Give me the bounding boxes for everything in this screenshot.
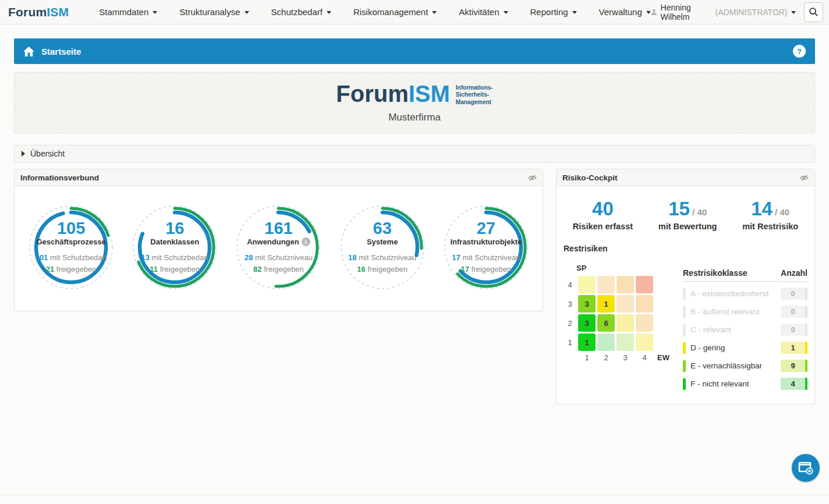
matrix-cell[interactable] xyxy=(636,314,653,332)
class-color-bar xyxy=(683,342,686,354)
stat-circle-datenklassen[interactable]: 16 Datenklassen 13 mit Schutzbedarf 11 f… xyxy=(129,201,221,293)
stat-label: Anwendungen xyxy=(247,237,299,246)
stats-row: 105 Geschäftsprozesse 101 mit Schutzbeda… xyxy=(15,186,543,311)
count-badge: 9 xyxy=(781,360,807,372)
matrix-row-label: 2 xyxy=(564,319,576,328)
menu-item-stammdaten[interactable]: Stammdaten xyxy=(99,7,157,17)
stat-circle-anwendungen[interactable]: 161 Anwendungeni 28 mit Schutzniveau 82 … xyxy=(232,201,324,293)
matrix-col-label: 2 xyxy=(597,353,615,362)
matrix-x-axis-label: EW xyxy=(655,353,672,362)
menu-item-strukturanalyse[interactable]: Strukturanalyse xyxy=(179,7,249,17)
class-color-bar xyxy=(683,378,686,390)
matrix-cell[interactable] xyxy=(578,276,596,293)
new-window-button[interactable] xyxy=(792,454,820,482)
legend-header-class: Restrisikoklasse xyxy=(683,268,747,278)
matrix-cell[interactable]: 6 xyxy=(597,314,615,332)
chevron-down-icon xyxy=(432,11,437,14)
search-icon xyxy=(809,7,819,17)
stat-value: 16 xyxy=(165,219,184,237)
user-role: (ADMINISTRATOR) xyxy=(715,8,788,17)
stat-value: 63 xyxy=(373,219,392,237)
stat-circle-geschäftsprozesse[interactable]: 105 Geschäftsprozesse 101 mit Schutzbeda… xyxy=(25,201,117,293)
matrix-cell[interactable]: 3 xyxy=(578,295,596,313)
cockpit-stat-2: 15 / 40 mit Bewertung xyxy=(658,199,717,231)
informationsverbund-panel: Informationsverbund 105 Geschäftsprozess… xyxy=(14,169,543,311)
banner-logo-forum: Forum xyxy=(336,81,408,107)
class-color-bar xyxy=(683,324,686,336)
chevron-down-icon xyxy=(245,11,249,14)
matrix-col-label: 3 xyxy=(617,353,634,362)
class-color-bar xyxy=(683,306,686,318)
stat-value: 27 xyxy=(477,219,495,237)
matrix-cell[interactable] xyxy=(617,295,634,313)
matrix-cell[interactable] xyxy=(597,276,615,293)
home-icon[interactable] xyxy=(23,47,34,56)
menu-item-risikomanagement[interactable]: Risikomanagement xyxy=(353,7,437,17)
restrisiken-title: Restrisiken xyxy=(557,242,814,253)
menu-item-aktivitäten[interactable]: Aktivitäten xyxy=(459,7,508,17)
matrix-cell[interactable]: 1 xyxy=(597,295,615,313)
banner-logo-ism: ISM xyxy=(409,81,450,107)
hide-panel-button[interactable] xyxy=(528,174,537,182)
count-badge: 1 xyxy=(781,342,807,354)
matrix-row-label: 1 xyxy=(564,338,576,347)
cockpit-stats: 40 Risiken erfasst15 / 40 mit Bewertung1… xyxy=(557,186,814,242)
app-logo[interactable]: ForumISM xyxy=(8,5,69,19)
legend-row-f: F - nicht relevant 4 xyxy=(683,378,807,390)
chevron-down-icon xyxy=(504,11,508,14)
uebersicht-label: Übersicht xyxy=(30,149,65,158)
matrix-cell[interactable] xyxy=(617,333,634,351)
matrix-cell[interactable]: 3 xyxy=(578,314,596,332)
stat-label: Datenklassen xyxy=(150,237,199,246)
stat-label: Systeme xyxy=(367,237,398,246)
legend-row-a: A - existenzbedrohend 0 xyxy=(683,288,807,300)
stat-circle-infrastrukturobjekte[interactable]: 27 Infrastrukturobjekte 17 mit Schutzniv… xyxy=(440,201,532,293)
matrix-cell[interactable]: 1 xyxy=(578,333,596,351)
stat-label: Geschäftsprozesse xyxy=(36,237,105,246)
matrix-cell[interactable] xyxy=(636,333,653,351)
matrix-cell[interactable] xyxy=(636,295,653,313)
user-icon xyxy=(651,8,657,16)
app-logo-ism: ISM xyxy=(47,5,69,19)
top-navbar: ForumISM StammdatenStrukturanalyseSchutz… xyxy=(0,0,829,24)
menu-item-schutzbedarf[interactable]: Schutzbedarf xyxy=(271,7,331,17)
add-window-icon xyxy=(798,461,813,475)
count-badge: 0 xyxy=(781,288,807,300)
info-icon[interactable]: i xyxy=(302,237,310,246)
search-button[interactable] xyxy=(804,2,823,22)
menu-item-verwaltung[interactable]: Verwaltung xyxy=(599,7,651,17)
page-title: Startseite xyxy=(41,47,81,56)
main-menu: StammdatenStrukturanalyseSchutzbedarfRis… xyxy=(99,7,651,17)
app-logo-forum: Forum xyxy=(8,5,47,19)
legend-row-b: B - äußerst relevant 0 xyxy=(683,306,807,318)
matrix-cell[interactable] xyxy=(636,276,653,293)
chevron-down-icon xyxy=(153,11,157,14)
matrix-cell[interactable] xyxy=(617,276,634,293)
matrix-y-axis-label: SP xyxy=(576,264,672,272)
banner-logo-subtitle: Informations-Sicherheits-Management xyxy=(456,84,493,107)
matrix-col-label: 1 xyxy=(578,353,596,362)
restrisiko-legend: Restrisikoklasse Anzahl A - existenzbedr… xyxy=(683,268,807,390)
uebersicht-accordion[interactable]: Übersicht xyxy=(14,145,815,162)
help-button[interactable]: ? xyxy=(793,45,806,58)
class-color-bar xyxy=(683,288,686,300)
cockpit-stat-3: 14 / 40 mit Restrisiko xyxy=(742,199,798,231)
hide-panel-button[interactable] xyxy=(800,174,809,182)
company-name: Musterfirma xyxy=(388,112,441,123)
logo-banner: ForumISM Informations-Sicherheits-Manage… xyxy=(14,72,815,133)
count-badge: 0 xyxy=(781,324,807,336)
chevron-right-icon xyxy=(22,151,25,157)
eye-slash-icon xyxy=(800,174,809,182)
informationsverbund-title: Informationsverbund xyxy=(20,173,99,182)
matrix-cell[interactable] xyxy=(617,314,634,332)
user-menu[interactable]: Henning Wilhelm (ADMINISTRATOR) xyxy=(651,3,796,22)
count-badge: 4 xyxy=(781,378,807,390)
menu-item-reporting[interactable]: Reporting xyxy=(530,7,577,17)
cockpit-stat-1: 40 Risiken erfasst xyxy=(573,199,633,231)
risiko-cockpit-title: Risiko-Cockpit xyxy=(562,173,618,182)
legend-row-e: E - vernachlässigbar 9 xyxy=(683,360,807,372)
class-color-bar xyxy=(683,360,686,372)
matrix-row-label: 4 xyxy=(564,281,576,289)
matrix-cell[interactable] xyxy=(597,333,615,351)
stat-circle-systeme[interactable]: 63 Systeme 18 mit Schutzniveau 16 freige… xyxy=(336,201,428,293)
